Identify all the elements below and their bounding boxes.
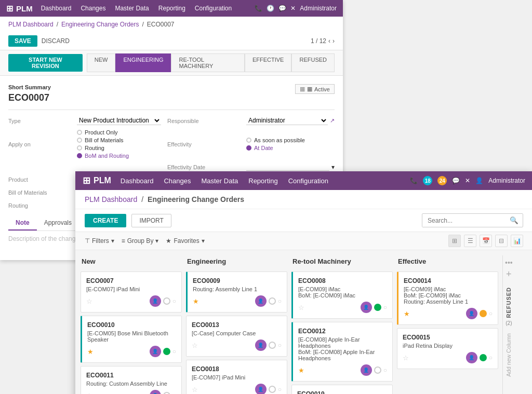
step-refused[interactable]: REFUSED <box>291 53 335 72</box>
kanban-col-effective: Effective ECO0014 [E-COM09] iMacBoM: [E-… <box>397 255 498 394</box>
star-icon[interactable]: ☆ <box>86 297 92 305</box>
star-icon[interactable]: ☆ <box>192 386 198 393</box>
page-nav: 1 / 12 ‹ › <box>311 37 335 45</box>
back-plm-logo: ⊞ PLM <box>6 4 33 13</box>
import-button[interactable]: IMPORT <box>131 214 171 227</box>
card-eco0007[interactable]: ECO0007 [E-COM07] iPad Mini ☆ 👤 ○ <box>81 271 182 313</box>
nav-dashboard[interactable]: Dashboard <box>41 5 72 12</box>
responsible-link-icon[interactable]: ↗ <box>330 117 335 124</box>
start-revision-button[interactable]: START NEW REVISION <box>8 54 83 72</box>
effectivity-field: As soon as possible At Date <box>246 137 335 151</box>
breadcrumb-eco[interactable]: Engineering Change Orders <box>61 21 139 28</box>
save-button[interactable]: SAVE <box>8 35 37 47</box>
add-column-icon[interactable]: + <box>506 269 512 280</box>
back-nav: Dashboard Changes Master Data Reporting … <box>41 5 232 12</box>
type-field[interactable]: New Product Introduction <box>77 116 161 125</box>
card-avatar: 👤 <box>150 390 161 394</box>
front-breadcrumb-eco: Engineering Change Orders <box>148 195 244 203</box>
card-eco0008[interactable]: ECO0008 [E-COM09] iMacBoM: [E-COM09] iMa… <box>291 271 393 319</box>
radio-bom-routing[interactable]: BoM and Routing <box>77 153 161 159</box>
card-eco0015[interactable]: ECO0015 iPad Retina Display ☆ 👤 ○ <box>397 328 498 369</box>
card-eco0011[interactable]: ECO0011 Routing: Custom Assembly Line ☆ … <box>81 366 182 394</box>
add-column-label[interactable]: Add new Column <box>506 333 512 377</box>
bom-label: Bill of Materials <box>8 189 71 196</box>
step-new[interactable]: NEW <box>87 53 116 72</box>
card-footer: ★ 👤 ○ <box>298 364 387 376</box>
card-id: ECO0008 <box>298 277 387 284</box>
step-retool[interactable]: RE-TOOL MACHINERY <box>171 53 244 72</box>
star-icon[interactable]: ☆ <box>192 342 198 349</box>
nav-master-data[interactable]: Master Data <box>115 5 149 12</box>
card-eco0013[interactable]: ECO0013 [C-Case] Computer Case ☆ 👤 ○ <box>186 316 287 357</box>
discard-button[interactable]: DISCARD <box>42 37 70 45</box>
tab-note[interactable]: Note <box>8 216 37 230</box>
breadcrumb-plm[interactable]: PLM Dashboard <box>8 21 54 28</box>
filter-groupby[interactable]: ≡ Group By ▾ <box>122 237 159 244</box>
step-effective[interactable]: EFFECTIVE <box>245 53 292 72</box>
card-eco0018[interactable]: ECO0018 [E-COM07] iPad Mini ☆ 👤 ○ <box>186 360 287 394</box>
view-pivot[interactable]: ⊟ <box>495 235 508 247</box>
eco-number: ECO0007 <box>8 92 335 103</box>
card-eco0009[interactable]: ECO0009 Routing: Assembly Line 1 ★ 👤 ○ <box>186 271 287 313</box>
radio-filled-1 <box>77 153 82 158</box>
search-button[interactable]: 🔍 <box>506 214 523 227</box>
front-nav-changes[interactable]: Changes <box>164 177 191 185</box>
radio-at-date[interactable]: At Date <box>246 145 335 151</box>
type-select[interactable]: New Product Introduction <box>77 116 161 125</box>
filter-bar: ⊤ Filters ▾ ≡ Group By ▾ ★ Favorites ▾ ⊞… <box>75 232 532 250</box>
front-nav-master-data[interactable]: Master Data <box>201 177 238 185</box>
chat-icon: 💬 <box>278 5 286 12</box>
status-dot <box>163 297 170 305</box>
filter-favorites[interactable]: ★ Favorites ▾ <box>166 237 204 244</box>
card-eco0014[interactable]: ECO0014 [E-COM09] iMacBoM: [E-COM09] iMa… <box>397 271 498 325</box>
front-actions: CREATE IMPORT 🔍 <box>75 209 532 232</box>
view-calendar[interactable]: 📅 <box>480 235 492 247</box>
star-icon[interactable]: ★ <box>298 366 304 374</box>
front-chat-icon: 💬 <box>452 177 460 184</box>
radio-product-only[interactable]: Product Only <box>77 129 161 135</box>
step-engineering[interactable]: ENGINEERING <box>115 53 171 72</box>
star-icon[interactable]: ★ <box>404 310 410 318</box>
star-icon[interactable]: ★ <box>87 348 94 356</box>
search-input[interactable] <box>422 214 506 227</box>
notif-badge-1: 18 <box>423 176 432 185</box>
back-status-bar: START NEW REVISION NEW ENGINEERING RE-TO… <box>0 50 343 76</box>
prev-page[interactable]: ‹ <box>328 37 330 45</box>
card-eco0012[interactable]: ECO0012 [E-COM08] Apple In-Ear Headphone… <box>291 322 393 382</box>
create-button[interactable]: CREATE <box>85 214 126 227</box>
star-icon[interactable]: ☆ <box>298 304 304 311</box>
star-icon[interactable]: ☆ <box>403 354 409 362</box>
card-avatar: 👤 <box>361 364 372 376</box>
radio-bom[interactable]: Bill of Materials <box>77 137 161 143</box>
front-close-icon[interactable]: ✕ <box>465 177 470 184</box>
responsible-select[interactable]: Administrator <box>246 116 328 125</box>
card-eco0010[interactable]: ECO0010 [E-COM05] Bose Mini Bluetooth Sp… <box>81 316 182 363</box>
star-icon[interactable]: ☆ <box>86 392 92 395</box>
front-nav-dashboard[interactable]: Dashboard <box>121 177 154 185</box>
filter-filters[interactable]: ⊤ Filters ▾ <box>85 237 114 244</box>
view-kanban[interactable]: ⊞ <box>448 235 461 247</box>
view-list[interactable]: ☰ <box>464 235 476 247</box>
clock-icon: 🕐 <box>267 5 274 12</box>
front-nav-reporting[interactable]: Reporting <box>248 177 277 185</box>
nav-configuration[interactable]: Configuration <box>195 5 232 12</box>
nav-changes[interactable]: Changes <box>81 5 105 12</box>
next-page[interactable]: › <box>332 37 335 45</box>
view-chart[interactable]: 📊 <box>511 235 523 247</box>
status-dot <box>374 304 381 311</box>
effectivity-date-input[interactable]: 02/22/2018 14:20:00 <box>246 163 329 171</box>
search-bar: 🔍 <box>422 213 523 227</box>
star-icon[interactable]: ★ <box>193 297 199 305</box>
card-eco0019[interactable]: ECO0019 [E-COM10] Apple Wireless Keyboar… <box>291 385 393 394</box>
card-desc: [E-COM09] iMacBoM: [E-COM09] iMacRouting… <box>404 286 493 305</box>
front-nav-configuration[interactable]: Configuration <box>288 177 328 185</box>
radio-routing[interactable]: Routing <box>77 145 161 151</box>
radio-empty-1 <box>77 130 82 135</box>
active-label: Active <box>314 86 330 92</box>
card-id: ECO0015 <box>403 334 493 341</box>
close-icon[interactable]: ✕ <box>290 5 296 12</box>
front-breadcrumb-plm[interactable]: PLM Dashboard <box>85 195 137 203</box>
tab-approvals[interactable]: Approvals <box>37 216 79 230</box>
radio-asap[interactable]: As soon as possible <box>246 137 335 143</box>
nav-reporting[interactable]: Reporting <box>158 5 185 12</box>
